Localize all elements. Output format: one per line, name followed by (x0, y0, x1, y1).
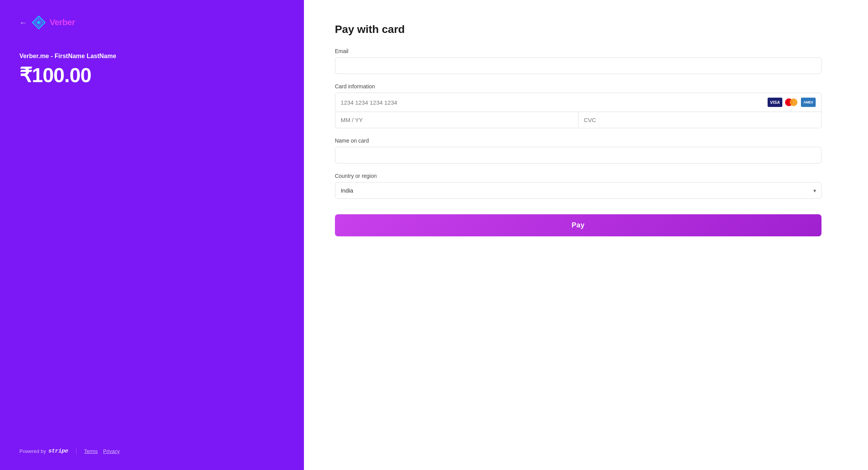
terms-link[interactable]: Terms (84, 448, 98, 454)
card-bottom-row (335, 112, 821, 128)
card-expiry-input[interactable] (335, 112, 578, 128)
footer-links: Terms Privacy (84, 448, 120, 454)
email-group: Email (335, 48, 821, 74)
country-label: Country or region (335, 173, 821, 179)
card-cvc-input[interactable] (578, 112, 821, 128)
payment-amount: ₹100.00 (19, 64, 285, 87)
stripe-wordmark: stripe (48, 448, 68, 455)
left-panel: ← Verber Verber.me - FirstName LastName … (0, 0, 304, 470)
footer-divider (76, 448, 76, 455)
back-arrow-icon[interactable]: ← (19, 18, 27, 27)
name-on-card-input[interactable] (335, 147, 821, 164)
payment-info: Verber.me - FirstName LastName ₹100.00 (19, 53, 285, 448)
country-select-wrapper: India United States United Kingdom Austr… (335, 182, 821, 199)
left-footer: Powered by stripe Terms Privacy (19, 448, 285, 455)
merchant-name: Verber.me - FirstName LastName (19, 53, 285, 60)
page-title: Pay with card (335, 23, 821, 36)
email-label: Email (335, 48, 821, 54)
right-panel: Pay with card Email Card information VIS… (304, 0, 868, 470)
pay-button[interactable]: Pay (335, 214, 821, 236)
email-input[interactable] (335, 57, 821, 74)
name-on-card-label: Name on card (335, 138, 821, 144)
verber-logo-icon (32, 15, 46, 29)
card-brand-icons: VISA AMEX (768, 98, 816, 107)
logo-wrapper: Verber (32, 15, 75, 29)
mastercard-icon (784, 98, 799, 107)
privacy-link[interactable]: Privacy (103, 448, 120, 454)
country-select[interactable]: India United States United Kingdom Austr… (335, 182, 821, 199)
back-navigation: ← Verber (19, 15, 285, 29)
card-info-wrapper: VISA AMEX (335, 93, 821, 128)
visa-icon: VISA (768, 98, 782, 107)
powered-by-text: Powered by (19, 448, 46, 454)
card-info-label: Card information (335, 83, 821, 90)
amex-icon: AMEX (801, 98, 816, 107)
card-number-input[interactable] (341, 99, 768, 106)
logo-text: Verber (50, 17, 75, 28)
card-number-row: VISA AMEX (335, 93, 821, 112)
powered-by-stripe: Powered by stripe (19, 448, 68, 455)
country-group: Country or region India United States Un… (335, 173, 821, 199)
name-on-card-group: Name on card (335, 138, 821, 164)
card-info-group: Card information VISA AMEX (335, 83, 821, 128)
